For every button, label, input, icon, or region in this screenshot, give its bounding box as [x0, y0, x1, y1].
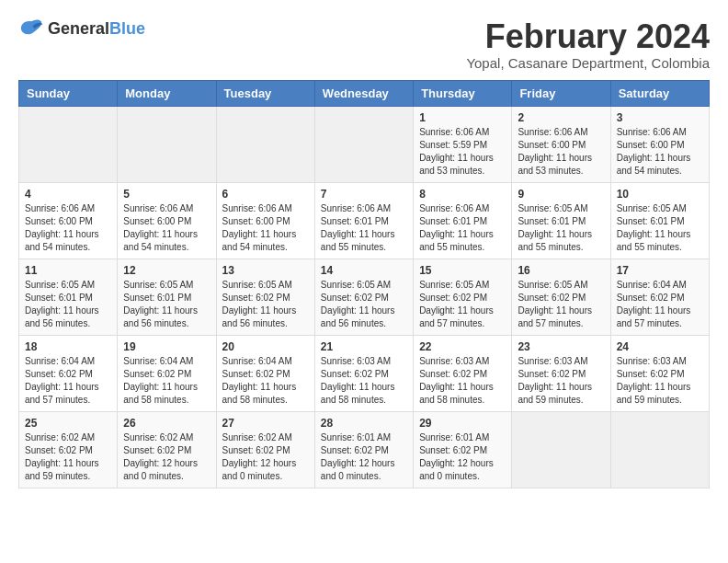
calendar-cell: 14Sunrise: 6:05 AM Sunset: 6:02 PM Dayli… — [314, 259, 413, 335]
day-info: Sunrise: 6:01 AM Sunset: 6:02 PM Dayligh… — [321, 431, 407, 483]
calendar-week-row: 1Sunrise: 6:06 AM Sunset: 5:59 PM Daylig… — [19, 106, 710, 182]
calendar-header-row: SundayMondayTuesdayWednesdayThursdayFrid… — [19, 80, 710, 106]
day-info: Sunrise: 6:06 AM Sunset: 6:00 PM Dayligh… — [518, 126, 604, 178]
calendar-day-header: Thursday — [414, 80, 512, 106]
calendar-cell: 9Sunrise: 6:05 AM Sunset: 6:01 PM Daylig… — [512, 182, 610, 259]
logo-bird-icon — [18, 18, 44, 39]
day-info: Sunrise: 6:06 AM Sunset: 5:59 PM Dayligh… — [419, 126, 506, 178]
calendar-cell: 7Sunrise: 6:06 AM Sunset: 6:01 PM Daylig… — [314, 182, 413, 259]
day-number: 23 — [518, 340, 604, 353]
calendar-cell: 17Sunrise: 6:04 AM Sunset: 6:02 PM Dayli… — [610, 259, 709, 335]
day-info: Sunrise: 6:05 AM Sunset: 6:01 PM Dayligh… — [518, 202, 604, 254]
day-number: 28 — [321, 417, 407, 430]
calendar-cell: 3Sunrise: 6:06 AM Sunset: 6:00 PM Daylig… — [610, 106, 709, 182]
calendar-cell — [19, 106, 118, 182]
location-subtitle: Yopal, Casanare Department, Colombia — [466, 55, 710, 71]
calendar-cell: 27Sunrise: 6:02 AM Sunset: 6:02 PM Dayli… — [216, 411, 314, 488]
calendar-cell: 16Sunrise: 6:05 AM Sunset: 6:02 PM Dayli… — [512, 259, 610, 335]
day-number: 7 — [321, 188, 407, 201]
day-info: Sunrise: 6:05 AM Sunset: 6:02 PM Dayligh… — [518, 279, 604, 330]
calendar-cell: 10Sunrise: 6:05 AM Sunset: 6:01 PM Dayli… — [610, 182, 709, 259]
calendar-cell: 15Sunrise: 6:05 AM Sunset: 6:02 PM Dayli… — [414, 259, 512, 335]
logo-general: General — [48, 19, 109, 38]
day-info: Sunrise: 6:05 AM Sunset: 6:02 PM Dayligh… — [419, 279, 506, 330]
calendar-cell: 24Sunrise: 6:03 AM Sunset: 6:02 PM Dayli… — [610, 335, 709, 411]
day-info: Sunrise: 6:04 AM Sunset: 6:02 PM Dayligh… — [123, 355, 210, 407]
day-number: 18 — [25, 340, 111, 353]
calendar-cell: 18Sunrise: 6:04 AM Sunset: 6:02 PM Dayli… — [19, 335, 118, 411]
day-info: Sunrise: 6:06 AM Sunset: 6:00 PM Dayligh… — [25, 202, 111, 254]
day-info: Sunrise: 6:02 AM Sunset: 6:02 PM Dayligh… — [25, 431, 111, 483]
day-number: 3 — [617, 111, 703, 124]
calendar-cell: 4Sunrise: 6:06 AM Sunset: 6:00 PM Daylig… — [19, 182, 118, 259]
calendar-cell: 21Sunrise: 6:03 AM Sunset: 6:02 PM Dayli… — [314, 335, 413, 411]
calendar-cell: 26Sunrise: 6:02 AM Sunset: 6:02 PM Dayli… — [118, 411, 216, 488]
calendar-cell: 8Sunrise: 6:06 AM Sunset: 6:01 PM Daylig… — [414, 182, 512, 259]
calendar-day-header: Wednesday — [314, 80, 413, 106]
day-number: 16 — [518, 264, 604, 277]
calendar-cell: 23Sunrise: 6:03 AM Sunset: 6:02 PM Dayli… — [512, 335, 610, 411]
day-number: 21 — [321, 340, 407, 353]
day-number: 6 — [222, 188, 309, 201]
day-number: 17 — [617, 264, 703, 277]
day-number: 1 — [419, 111, 506, 124]
day-number: 25 — [25, 417, 111, 430]
calendar-cell: 11Sunrise: 6:05 AM Sunset: 6:01 PM Dayli… — [19, 259, 118, 335]
day-info: Sunrise: 6:02 AM Sunset: 6:02 PM Dayligh… — [222, 431, 309, 483]
calendar-cell — [118, 106, 216, 182]
calendar-cell: 29Sunrise: 6:01 AM Sunset: 6:02 PM Dayli… — [414, 411, 512, 488]
day-number: 22 — [419, 340, 506, 353]
calendar-week-row: 25Sunrise: 6:02 AM Sunset: 6:02 PM Dayli… — [19, 411, 710, 488]
calendar-cell — [512, 411, 610, 488]
day-info: Sunrise: 6:05 AM Sunset: 6:01 PM Dayligh… — [123, 279, 210, 330]
calendar-cell — [610, 411, 709, 488]
calendar-cell — [314, 106, 413, 182]
day-info: Sunrise: 6:03 AM Sunset: 6:02 PM Dayligh… — [321, 355, 407, 407]
day-info: Sunrise: 6:06 AM Sunset: 6:00 PM Dayligh… — [617, 126, 703, 178]
page-header: GeneralBlue February 2024 Yopal, Casanar… — [18, 18, 710, 71]
day-number: 2 — [518, 111, 604, 124]
day-number: 20 — [222, 340, 309, 353]
calendar-cell: 22Sunrise: 6:03 AM Sunset: 6:02 PM Dayli… — [414, 335, 512, 411]
calendar-cell: 6Sunrise: 6:06 AM Sunset: 6:00 PM Daylig… — [216, 182, 314, 259]
day-number: 19 — [123, 340, 210, 353]
calendar-day-header: Friday — [512, 80, 610, 106]
logo-text: GeneralBlue — [48, 19, 145, 39]
calendar-cell: 5Sunrise: 6:06 AM Sunset: 6:00 PM Daylig… — [118, 182, 216, 259]
day-number: 8 — [419, 188, 506, 201]
day-info: Sunrise: 6:06 AM Sunset: 6:01 PM Dayligh… — [321, 202, 407, 254]
day-number: 26 — [123, 417, 210, 430]
calendar-cell: 20Sunrise: 6:04 AM Sunset: 6:02 PM Dayli… — [216, 335, 314, 411]
day-number: 4 — [25, 188, 111, 201]
calendar-cell — [216, 106, 314, 182]
day-info: Sunrise: 6:06 AM Sunset: 6:00 PM Dayligh… — [123, 202, 210, 254]
logo: GeneralBlue — [18, 18, 145, 39]
day-info: Sunrise: 6:05 AM Sunset: 6:01 PM Dayligh… — [617, 202, 703, 254]
day-number: 9 — [518, 188, 604, 201]
calendar-cell: 25Sunrise: 6:02 AM Sunset: 6:02 PM Dayli… — [19, 411, 118, 488]
day-number: 11 — [25, 264, 111, 277]
calendar-day-header: Tuesday — [216, 80, 314, 106]
day-info: Sunrise: 6:03 AM Sunset: 6:02 PM Dayligh… — [518, 355, 604, 407]
day-info: Sunrise: 6:04 AM Sunset: 6:02 PM Dayligh… — [617, 279, 703, 330]
day-number: 27 — [222, 417, 309, 430]
day-info: Sunrise: 6:05 AM Sunset: 6:02 PM Dayligh… — [222, 279, 309, 330]
calendar-day-header: Monday — [118, 80, 216, 106]
day-number: 12 — [123, 264, 210, 277]
calendar-week-row: 4Sunrise: 6:06 AM Sunset: 6:00 PM Daylig… — [19, 182, 710, 259]
day-number: 14 — [321, 264, 407, 277]
calendar-day-header: Saturday — [610, 80, 709, 106]
calendar-day-header: Sunday — [19, 80, 118, 106]
day-info: Sunrise: 6:03 AM Sunset: 6:02 PM Dayligh… — [617, 355, 703, 407]
day-number: 24 — [617, 340, 703, 353]
month-year-title: February 2024 — [466, 18, 710, 55]
logo-blue: Blue — [109, 19, 145, 38]
calendar-cell: 19Sunrise: 6:04 AM Sunset: 6:02 PM Dayli… — [118, 335, 216, 411]
day-info: Sunrise: 6:05 AM Sunset: 6:01 PM Dayligh… — [25, 279, 111, 330]
calendar-cell: 28Sunrise: 6:01 AM Sunset: 6:02 PM Dayli… — [314, 411, 413, 488]
day-number: 15 — [419, 264, 506, 277]
day-info: Sunrise: 6:01 AM Sunset: 6:02 PM Dayligh… — [419, 431, 506, 483]
day-number: 5 — [123, 188, 210, 201]
calendar-table: SundayMondayTuesdayWednesdayThursdayFrid… — [18, 80, 710, 488]
day-number: 29 — [419, 417, 506, 430]
